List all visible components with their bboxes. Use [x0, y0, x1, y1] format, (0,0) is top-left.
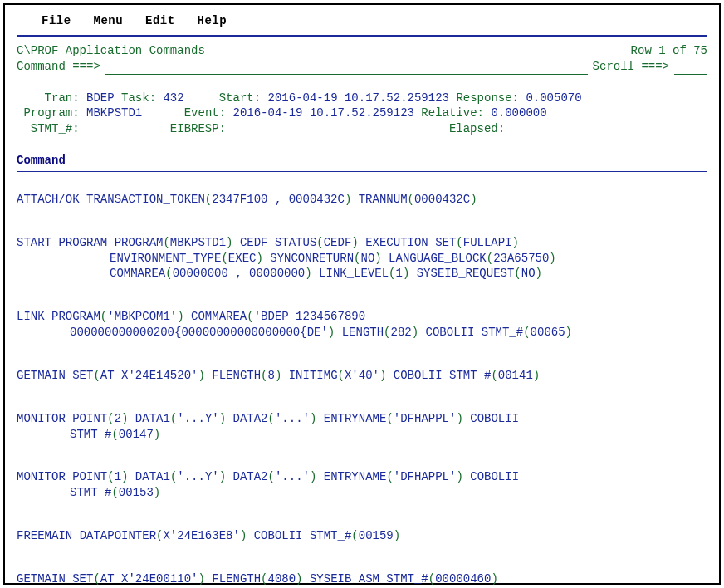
scroll-input[interactable]	[674, 61, 707, 75]
menu-help[interactable]: Help	[198, 14, 227, 27]
cmd-freemain: FREEMAIN DATAPOINTER(X'24E163E8') COBOLI…	[17, 528, 707, 544]
cmd-monitor-2: MONITOR POINT(1) DATA1('...Y') DATA2('..…	[17, 469, 707, 501]
command-input[interactable]	[105, 61, 588, 75]
command-list: ATTACH/OK TRANSACTION_TOKEN(2347F100 , 0…	[17, 176, 707, 588]
menu-edit[interactable]: Edit	[145, 14, 175, 27]
info-row-3: STMT_#: EIBRESP: Elapsed:	[17, 121, 707, 137]
cmd-attach: ATTACH/OK TRANSACTION_TOKEN(2347F100 , 0…	[17, 192, 707, 208]
menu-file[interactable]: File	[42, 14, 71, 27]
cmd-getmain-1: GETMAIN SET(AT X'24E14520') FLENGTH(8) I…	[17, 368, 707, 384]
menu-menu[interactable]: Menu	[94, 14, 124, 27]
cmd-getmain-2: GETMAIN SET(AT X'24E00110') FLENGTH(4080…	[17, 571, 707, 587]
divider	[17, 171, 707, 172]
terminal-window: File Menu Edit Help C\PROF Application C…	[3, 3, 721, 585]
info-row-2: Program: MBKPSTD1 Event: 2016-04-19 10.1…	[17, 105, 707, 121]
cmd-link: LINK PROGRAM('MBKPCOM1') COMMAREA('BDEP …	[17, 309, 707, 341]
page-title: C\PROF Application Commands	[17, 43, 205, 59]
menubar: File Menu Edit Help	[17, 12, 707, 32]
cmd-monitor-1: MONITOR POINT(2) DATA1('...Y') DATA2('..…	[17, 411, 707, 443]
info-row-1: Tran: BDEP Task: 432 Start: 2016-04-19 1…	[17, 91, 707, 106]
command-label: Command ===>	[17, 59, 100, 75]
cmd-start-program: START_PROGRAM PROGRAM(MBKPSTD1) CEDF_STA…	[17, 235, 707, 282]
section-heading: Command	[17, 153, 707, 169]
divider	[17, 35, 707, 37]
scroll-label: Scroll ===>	[593, 59, 669, 75]
row-info: Row 1 of 75	[631, 43, 707, 59]
